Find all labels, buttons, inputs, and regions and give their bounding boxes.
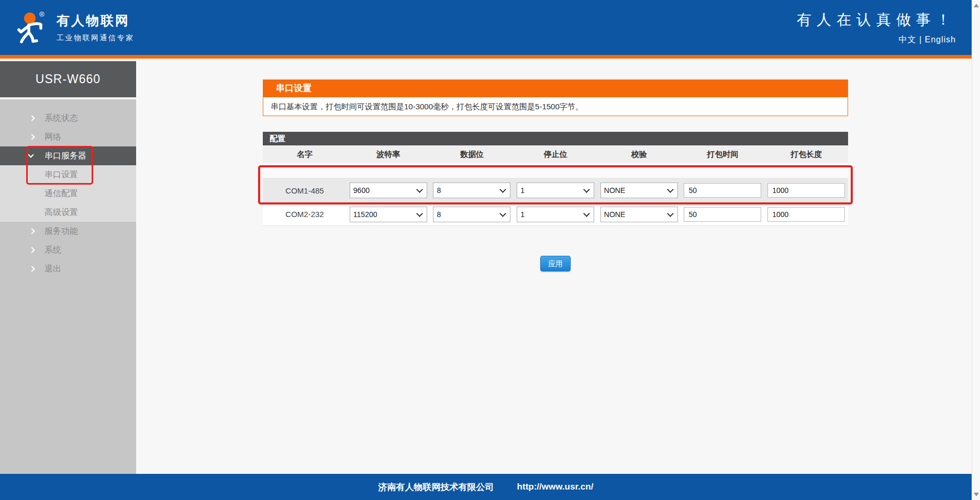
sidebar-item-label: 通信配置 <box>44 189 78 198</box>
baud-select-wrap: 115200 <box>350 207 427 222</box>
port-name-label: COM2-232 <box>263 210 347 219</box>
sidebar-item-service-functions[interactable]: 服务功能 <box>0 222 136 241</box>
table-row-com1: COM1-485 9600 8 1 <box>263 178 848 203</box>
section-description: 串口基本设置，打包时间可设置范围是10-3000毫秒，打包长度可设置范围是5-1… <box>263 97 848 116</box>
main-area: 串口设置 串口基本设置，打包时间可设置范围是10-3000毫秒，打包长度可设置范… <box>136 59 972 474</box>
footer-company: 济南有人物联网技术有限公司 <box>378 481 494 493</box>
stopbits-select-wrap: 1 <box>517 207 594 222</box>
sidebar-item-label: 高级设置 <box>44 208 78 217</box>
sidebar-item-system-status[interactable]: 系统状态 <box>0 109 136 128</box>
sidebar-item-advanced-settings[interactable]: 高级设置 <box>0 203 136 222</box>
sidebar: USR-W660 系统状态 网络 串口服务器 串口设置 通信配置 高级设置 <box>0 59 136 474</box>
chevron-right-icon <box>29 115 35 121</box>
usr-logo-icon: ® <box>15 10 48 45</box>
footer-url[interactable]: http://www.usr.cn/ <box>517 482 594 492</box>
col-header-packlength: 打包长度 <box>764 150 848 160</box>
table-header-row: 名字 波特率 数据位 停止位 校验 打包时间 打包长度 <box>263 145 848 163</box>
sidebar-item-label: 串口设置 <box>44 170 78 179</box>
sidebar-item-label: 退出 <box>44 264 61 273</box>
lang-en-link[interactable]: English <box>925 35 956 44</box>
com1-stopbits-select[interactable]: 1 <box>517 183 594 198</box>
button-row: 应用 <box>263 256 848 271</box>
header-slogan: 有人在认真做事！ <box>797 10 956 30</box>
col-header-stopbits: 停止位 <box>514 150 597 160</box>
databits-select-wrap: 8 <box>433 207 510 222</box>
chevron-down-icon <box>28 152 34 157</box>
scrollbar[interactable] <box>972 0 980 500</box>
sidebar-item-label: 系统状态 <box>44 113 78 122</box>
chevron-right-icon <box>29 266 35 271</box>
scroll-up-icon[interactable] <box>974 4 979 7</box>
sidebar-item-label: 系统 <box>44 245 61 254</box>
config-title-bar: 配置 <box>263 132 848 145</box>
com1-parity-select[interactable]: NONE <box>600 183 678 198</box>
com1-databits-select[interactable]: 8 <box>433 183 510 198</box>
content-column: 串口设置 串口基本设置，打包时间可设置范围是10-3000毫秒，打包长度可设置范… <box>263 79 848 271</box>
col-header-name: 名字 <box>263 150 347 160</box>
header-accent-stripe <box>0 55 972 59</box>
com1-baud-select[interactable]: 9600 <box>350 183 427 198</box>
sidebar-item-serial-server[interactable]: 串口服务器 <box>0 146 136 165</box>
sidebar-item-serial-settings[interactable]: 串口设置 <box>0 165 136 184</box>
sidebar-item-label: 串口服务器 <box>44 151 86 160</box>
top-header: ® 有人物联网 工业物联网通信专家 有人在认真做事！ 中文 | English <box>0 0 972 55</box>
com1-packlength-input[interactable] <box>767 183 845 198</box>
section-title-bar: 串口设置 <box>263 79 848 97</box>
apply-button[interactable]: 应用 <box>540 256 571 271</box>
sidebar-item-system[interactable]: 系统 <box>0 241 136 259</box>
sidebar-item-label: 网络 <box>44 132 61 141</box>
chevron-right-icon <box>29 134 35 140</box>
sidebar-item-network[interactable]: 网络 <box>0 128 136 146</box>
config-panel: 配置 名字 波特率 数据位 停止位 校验 打包时间 打包长度 COM1-485 … <box>263 132 848 226</box>
sidebar-menu: 系统状态 网络 串口服务器 串口设置 通信配置 高级设置 服务功能 <box>0 99 136 474</box>
baud-select-wrap: 9600 <box>350 183 427 198</box>
databits-select-wrap: 8 <box>433 183 510 198</box>
port-name-label: COM1-485 <box>263 186 347 195</box>
language-switcher: 中文 | English <box>797 35 956 46</box>
com1-packtime-input[interactable] <box>684 183 761 198</box>
lang-divider: | <box>919 35 922 44</box>
brand-text: 有人物联网 工业物联网通信专家 <box>57 12 135 43</box>
stopbits-select-wrap: 1 <box>517 183 594 198</box>
table-spacer-row <box>263 163 848 178</box>
parity-select-wrap: NONE <box>600 207 678 222</box>
com2-stopbits-select[interactable]: 1 <box>517 207 594 222</box>
brand-area: ® 有人物联网 工业物联网通信专家 <box>15 10 135 45</box>
registered-mark-icon: ® <box>39 10 44 18</box>
chevron-right-icon <box>29 247 35 253</box>
table-row-com2: COM2-232 115200 8 1 <box>263 203 848 226</box>
com2-packlength-input[interactable] <box>767 207 845 222</box>
sidebar-item-logout[interactable]: 退出 <box>0 259 136 278</box>
com2-databits-select[interactable]: 8 <box>433 207 510 222</box>
parity-select-wrap: NONE <box>600 183 678 198</box>
sidebar-item-label: 服务功能 <box>44 226 78 235</box>
com2-packtime-input[interactable] <box>684 207 761 222</box>
col-header-parity: 校验 <box>597 150 681 160</box>
brand-tagline: 工业物联网通信专家 <box>57 33 135 43</box>
sidebar-item-comm-config[interactable]: 通信配置 <box>0 184 136 203</box>
footer: 济南有人物联网技术有限公司 http://www.usr.cn/ <box>0 474 972 500</box>
brand-title: 有人物联网 <box>57 12 135 29</box>
device-name: USR-W660 <box>0 61 136 97</box>
col-header-baud: 波特率 <box>347 150 430 160</box>
header-right: 有人在认真做事！ 中文 | English <box>797 10 956 46</box>
com2-parity-select[interactable]: NONE <box>600 207 678 222</box>
scroll-down-icon[interactable] <box>974 493 979 496</box>
col-header-packtime: 打包时间 <box>681 150 765 160</box>
chevron-right-icon <box>29 228 35 234</box>
col-header-databits: 数据位 <box>430 150 514 160</box>
lang-zh-link[interactable]: 中文 <box>898 35 916 44</box>
com2-baud-select[interactable]: 115200 <box>350 207 427 222</box>
page-root: ® 有人物联网 工业物联网通信专家 有人在认真做事！ 中文 | English <box>0 0 980 500</box>
